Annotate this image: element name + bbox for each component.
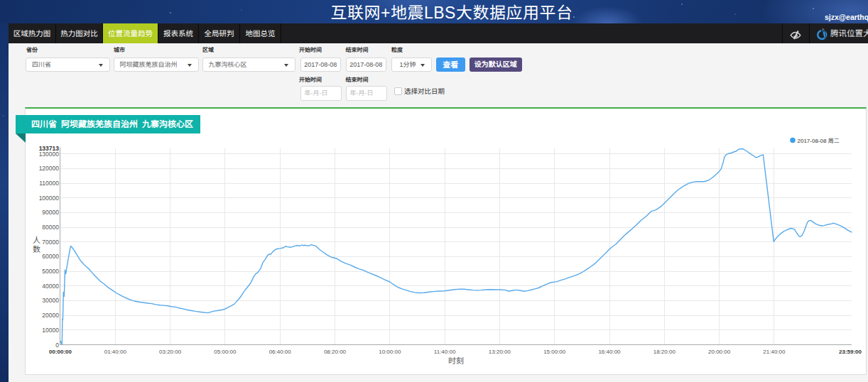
- svg-text:20000: 20000: [42, 312, 59, 319]
- svg-text:16:40:00: 16:40:00: [598, 349, 621, 355]
- svg-text:10:00:00: 10:00:00: [379, 349, 401, 355]
- svg-text:20:00:00: 20:00:00: [708, 349, 731, 355]
- svg-text:06:40:00: 06:40:00: [269, 349, 292, 355]
- svg-text:10000: 10000: [42, 327, 59, 334]
- svg-text:40000: 40000: [42, 283, 59, 290]
- svg-text:01:40:00: 01:40:00: [104, 349, 127, 355]
- svg-text:133713: 133713: [39, 145, 60, 152]
- svg-text:18:20:00: 18:20:00: [653, 349, 676, 355]
- svg-text:110000: 110000: [39, 180, 59, 187]
- svg-text:0: 0: [55, 342, 59, 349]
- svg-text:08:20:00: 08:20:00: [324, 349, 347, 355]
- svg-text:70000: 70000: [42, 239, 59, 246]
- svg-text:50000: 50000: [42, 268, 59, 275]
- svg-text:15:00:00: 15:00:00: [543, 349, 566, 355]
- svg-text:90000: 90000: [42, 209, 59, 216]
- svg-text:11:40:00: 11:40:00: [434, 349, 456, 355]
- svg-text:00:00:00: 00:00:00: [49, 349, 72, 355]
- svg-text:60000: 60000: [42, 253, 59, 260]
- svg-text:05:00:00: 05:00:00: [214, 349, 237, 355]
- svg-text:120000: 120000: [39, 165, 60, 172]
- svg-text:30000: 30000: [42, 297, 59, 304]
- svg-text:03:20:00: 03:20:00: [159, 349, 182, 355]
- svg-text:2017-08-08 周二: 2017-08-08 周二: [798, 138, 840, 144]
- svg-text:100000: 100000: [39, 195, 60, 202]
- svg-text:23:59:00: 23:59:00: [839, 349, 862, 355]
- svg-text:13:20:00: 13:20:00: [489, 349, 511, 355]
- svg-text:80000: 80000: [42, 224, 59, 231]
- svg-text:数: 数: [33, 245, 40, 253]
- svg-text:人: 人: [33, 236, 40, 244]
- svg-text:时刻: 时刻: [448, 356, 464, 365]
- svg-text:21:40:00: 21:40:00: [763, 349, 786, 355]
